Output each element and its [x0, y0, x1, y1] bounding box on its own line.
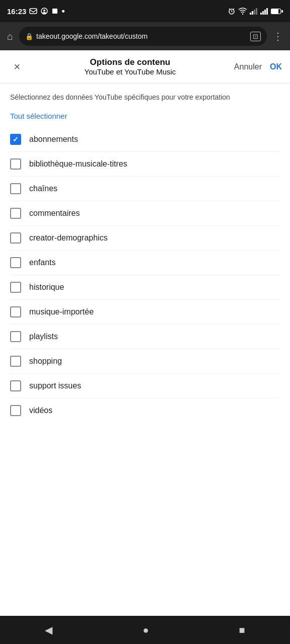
nav-bar: ◀ ● ■: [0, 616, 290, 644]
alarm-icon: [228, 7, 236, 15]
checkbox-list: abonnementsbibliothèque-musicale-titresc…: [10, 127, 280, 423]
checkbox-abonnements[interactable]: [10, 134, 21, 145]
list-item-enfants[interactable]: enfants: [10, 251, 280, 275]
dot-indicator: •: [61, 6, 64, 17]
cast-icon: ⊡: [250, 32, 261, 41]
checkbox-shopping[interactable]: [10, 356, 21, 367]
item-label-playlists: playlists: [29, 332, 58, 341]
browser-chrome: ⌂ 🔒 takeout.google.com/takeout/custom ⊡ …: [0, 22, 290, 50]
checkbox-creator-demographics[interactable]: [10, 232, 21, 244]
ok-button[interactable]: OK: [270, 62, 282, 71]
square-icon: [51, 8, 58, 15]
dialog-main-title: Options de contenu: [26, 57, 234, 67]
svg-rect-8: [256, 8, 257, 15]
checkbox-bibliotheque[interactable]: [10, 158, 21, 170]
checkbox-videos[interactable]: [10, 405, 21, 416]
list-item-chaines[interactable]: chaînes: [10, 177, 280, 201]
select-all-button[interactable]: Tout sélectionner: [10, 112, 280, 120]
list-item-playlists[interactable]: playlists: [10, 325, 280, 349]
home-button[interactable]: ⌂: [5, 29, 15, 44]
accounts-icon: [40, 7, 48, 15]
item-label-musique-importee: musique-importée: [29, 307, 94, 316]
svg-rect-0: [30, 9, 37, 14]
signal-icon: [250, 8, 258, 15]
list-item-commentaires[interactable]: commentaires: [10, 201, 280, 226]
browser-menu-button[interactable]: ⋮: [271, 28, 285, 44]
item-label-bibliotheque: bibliothèque-musicale-titres: [29, 159, 127, 169]
dialog-sub-title: YouTube et YouTube Music: [26, 67, 234, 76]
checkbox-chaines[interactable]: [10, 183, 21, 194]
list-item-bibliotheque[interactable]: bibliothèque-musicale-titres: [10, 152, 280, 177]
home-nav-button[interactable]: ●: [132, 620, 159, 640]
description-text: Sélectionnez des données YouTube spécifi…: [10, 93, 280, 103]
svg-rect-5: [250, 13, 251, 15]
svg-rect-11: [264, 10, 266, 15]
item-label-creator-demographics: creator-demographics: [29, 233, 108, 243]
time-display: 16:23: [7, 7, 26, 16]
svg-rect-12: [266, 8, 268, 15]
wifi-icon: [238, 8, 247, 15]
status-right-icons: [228, 7, 283, 15]
list-item-videos[interactable]: vidéos: [10, 398, 280, 423]
status-bar: 16:23 •: [0, 0, 290, 22]
close-button[interactable]: ×: [8, 58, 26, 75]
lock-icon: 🔒: [25, 33, 33, 40]
checkbox-commentaires[interactable]: [10, 208, 21, 219]
svg-rect-6: [252, 11, 253, 15]
content-area: Sélectionnez des données YouTube spécifi…: [0, 84, 290, 433]
signal-icon-2: [260, 8, 268, 15]
item-label-commentaires: commentaires: [29, 209, 80, 218]
notification-icon: [29, 8, 37, 15]
list-item-abonnements[interactable]: abonnements: [10, 127, 280, 152]
recent-apps-button[interactable]: ■: [229, 620, 255, 640]
address-bar[interactable]: 🔒 takeout.google.com/takeout/custom ⊡: [19, 27, 267, 46]
checkbox-musique-importee[interactable]: [10, 306, 21, 317]
list-item-creator-demographics[interactable]: creator-demographics: [10, 226, 280, 251]
back-button[interactable]: ◀: [35, 620, 62, 640]
status-time-area: 16:23 •: [7, 6, 65, 17]
dialog-title: Options de contenu YouTube et YouTube Mu…: [26, 57, 234, 76]
item-label-shopping: shopping: [29, 357, 62, 366]
svg-rect-7: [254, 10, 255, 15]
item-label-chaines: chaînes: [29, 184, 57, 193]
item-label-videos: vidéos: [29, 406, 52, 415]
checkbox-playlists[interactable]: [10, 331, 21, 342]
svg-rect-9: [260, 13, 262, 15]
list-item-historique[interactable]: historique: [10, 275, 280, 300]
dialog-actions: Annuler OK: [234, 62, 282, 71]
list-item-support-issues[interactable]: support issues: [10, 374, 280, 398]
item-label-historique: historique: [29, 283, 64, 292]
url-text: takeout.google.com/takeout/custom: [36, 32, 247, 40]
battery-icon: [271, 9, 283, 14]
checkbox-historique[interactable]: [10, 282, 21, 293]
svg-rect-2: [52, 9, 57, 14]
list-item-shopping[interactable]: shopping: [10, 349, 280, 374]
svg-point-4: [242, 14, 243, 15]
checkbox-support-issues[interactable]: [10, 380, 21, 391]
cancel-button[interactable]: Annuler: [234, 62, 262, 71]
item-label-support-issues: support issues: [29, 381, 81, 390]
svg-rect-10: [262, 11, 264, 15]
item-label-abonnements: abonnements: [29, 135, 78, 144]
list-item-musique-importee[interactable]: musique-importée: [10, 300, 280, 325]
dialog-header: × Options de contenu YouTube et YouTube …: [0, 50, 290, 84]
item-label-enfants: enfants: [29, 258, 55, 267]
checkbox-enfants[interactable]: [10, 257, 21, 268]
